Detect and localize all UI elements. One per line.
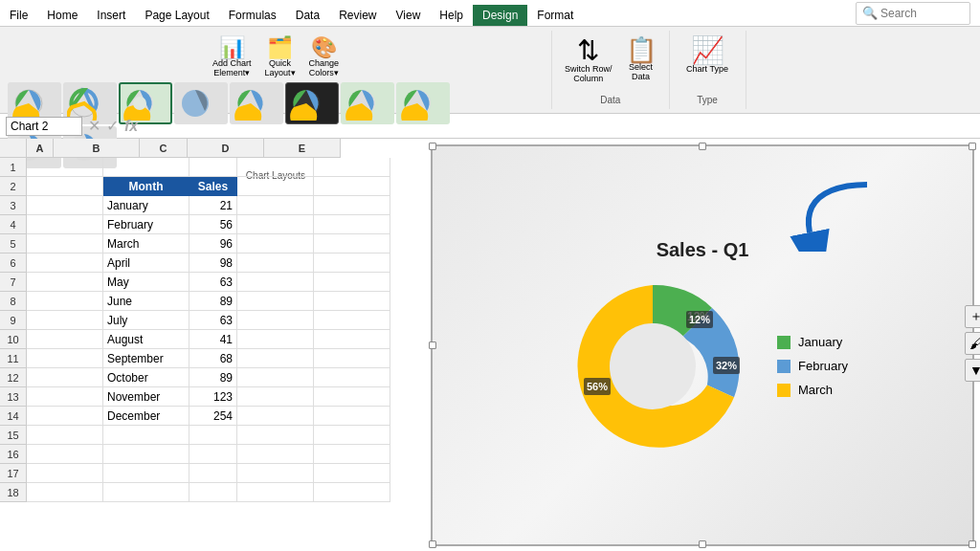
- cell-c10[interactable]: 41: [189, 330, 237, 349]
- chart-container[interactable]: Sales - Q1: [431, 144, 974, 546]
- tab-file[interactable]: File: [0, 5, 37, 26]
- pie-chart[interactable]: 12% 12% 32% 56%: [557, 271, 748, 462]
- cell-d14[interactable]: [237, 407, 314, 426]
- cell-a2[interactable]: [27, 177, 103, 196]
- cell-b3[interactable]: January: [103, 196, 189, 215]
- cell-b8[interactable]: June: [103, 292, 189, 311]
- cell-b10[interactable]: August: [103, 330, 189, 349]
- cell-d4[interactable]: [237, 215, 314, 234]
- chart-style-4[interactable]: [174, 82, 228, 124]
- cell-d8[interactable]: [237, 292, 314, 311]
- cell-e16[interactable]: [314, 445, 390, 464]
- cell-d1[interactable]: [237, 158, 314, 177]
- cell-d7[interactable]: [237, 273, 314, 292]
- cell-c16[interactable]: [189, 445, 237, 464]
- cell-c2-sales[interactable]: Sales: [189, 177, 237, 196]
- cell-c8[interactable]: 89: [189, 292, 237, 311]
- chart-style-8[interactable]: [396, 82, 450, 124]
- cell-e7[interactable]: [314, 273, 390, 292]
- cell-a16[interactable]: [27, 445, 103, 464]
- cell-b18[interactable]: [103, 483, 189, 502]
- cell-d17[interactable]: [237, 464, 314, 483]
- cell-a15[interactable]: [27, 426, 103, 445]
- quick-layout-button[interactable]: 🗂️ QuickLayout▾: [259, 34, 300, 80]
- cell-e12[interactable]: [314, 368, 390, 387]
- cell-a8[interactable]: [27, 292, 103, 311]
- cell-c9[interactable]: 63: [189, 311, 237, 330]
- cell-e5[interactable]: [314, 234, 390, 253]
- cell-b4[interactable]: February: [103, 215, 189, 234]
- cell-a11[interactable]: [27, 349, 103, 368]
- cell-b1[interactable]: [103, 158, 189, 177]
- cell-c4[interactable]: 56: [189, 215, 237, 234]
- cell-a12[interactable]: [27, 368, 103, 387]
- cell-a9[interactable]: [27, 311, 103, 330]
- search-input[interactable]: [880, 7, 967, 20]
- cell-a13[interactable]: [27, 387, 103, 407]
- cell-e4[interactable]: [314, 215, 390, 234]
- cell-e17[interactable]: [314, 464, 390, 483]
- cell-d16[interactable]: [237, 445, 314, 464]
- cell-a18[interactable]: [27, 483, 103, 502]
- cell-a4[interactable]: [27, 215, 103, 234]
- resize-handle-tl[interactable]: [429, 143, 436, 150]
- tab-format[interactable]: Format: [527, 5, 583, 26]
- cell-d10[interactable]: [237, 330, 314, 349]
- resize-handle-bl[interactable]: [429, 540, 436, 548]
- cell-a14[interactable]: [27, 407, 103, 426]
- cell-a17[interactable]: [27, 464, 103, 483]
- tab-data[interactable]: Data: [286, 5, 329, 26]
- cell-b16[interactable]: [103, 445, 189, 464]
- tab-formulas[interactable]: Formulas: [219, 5, 286, 26]
- cell-e3[interactable]: [314, 196, 390, 215]
- cell-d5[interactable]: [237, 234, 314, 253]
- resize-handle-left[interactable]: [429, 342, 436, 349]
- cell-b6[interactable]: April: [103, 253, 189, 273]
- chart-style-5[interactable]: [230, 82, 283, 124]
- cell-b13[interactable]: November: [103, 387, 189, 407]
- resize-handle-tr[interactable]: [969, 143, 976, 150]
- cell-d15[interactable]: [237, 426, 314, 445]
- cell-c7[interactable]: 63: [189, 273, 237, 292]
- cell-c1[interactable]: [189, 158, 237, 177]
- cell-d18[interactable]: [237, 483, 314, 502]
- cell-a7[interactable]: [27, 273, 103, 292]
- chart-style-7[interactable]: [341, 82, 394, 124]
- cell-e6[interactable]: [314, 253, 390, 273]
- add-chart-element-button[interactable]: 📊 Add ChartElement▾: [208, 34, 256, 80]
- cell-c17[interactable]: [189, 464, 237, 483]
- switch-row-column-button[interactable]: ⇅ Switch Row/Column: [560, 34, 617, 86]
- cell-b12[interactable]: October: [103, 368, 189, 387]
- cell-b2-month[interactable]: Month: [103, 177, 189, 196]
- cell-d11[interactable]: [237, 349, 314, 368]
- cell-b17[interactable]: [103, 464, 189, 483]
- resize-handle-top[interactable]: [699, 143, 706, 150]
- tab-design[interactable]: Design: [473, 5, 527, 26]
- cell-d3[interactable]: [237, 196, 314, 215]
- cell-c11[interactable]: 68: [189, 349, 237, 368]
- chart-style-6[interactable]: [285, 82, 339, 124]
- change-colors-button[interactable]: 🎨 ChangeColors▾: [304, 34, 345, 80]
- cell-c15[interactable]: [189, 426, 237, 445]
- chart-add-button[interactable]: ＋: [965, 305, 980, 328]
- resize-handle-br[interactable]: [969, 540, 976, 548]
- cell-c3[interactable]: 21: [189, 196, 237, 215]
- select-data-button[interactable]: 📋 SelectData: [621, 34, 661, 86]
- cell-b15[interactable]: [103, 426, 189, 445]
- cell-e15[interactable]: [314, 426, 390, 445]
- cell-e10[interactable]: [314, 330, 390, 349]
- cell-b9[interactable]: July: [103, 311, 189, 330]
- cell-b7[interactable]: May: [103, 273, 189, 292]
- chart-filter-button[interactable]: 🖌: [965, 332, 980, 355]
- cell-b11[interactable]: September: [103, 349, 189, 368]
- tab-home[interactable]: Home: [37, 5, 87, 26]
- chart-data-filter-button[interactable]: ▼: [965, 359, 980, 382]
- tab-insert[interactable]: Insert: [87, 5, 135, 26]
- cell-e8[interactable]: [314, 292, 390, 311]
- cell-d13[interactable]: [237, 387, 314, 407]
- cell-c18[interactable]: [189, 483, 237, 502]
- cell-e13[interactable]: [314, 387, 390, 407]
- cell-e1[interactable]: [314, 158, 390, 177]
- cell-a3[interactable]: [27, 196, 103, 215]
- cell-a5[interactable]: [27, 234, 103, 253]
